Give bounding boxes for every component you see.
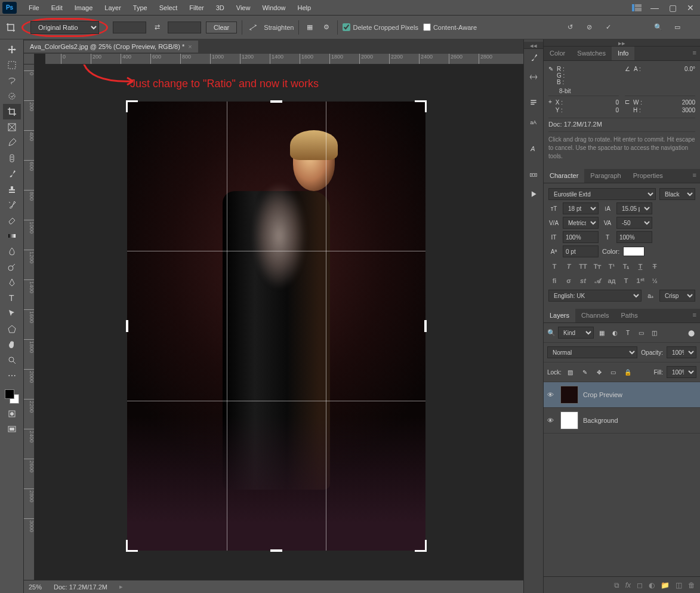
quickmask-tool[interactable]	[3, 406, 21, 422]
reset-icon[interactable]: ↺	[564, 21, 576, 33]
layer-name[interactable]: Background	[583, 417, 618, 424]
blur-tool[interactable]	[3, 244, 21, 259]
lock-all-icon[interactable]: 🔒	[622, 367, 633, 377]
eraser-tool[interactable]	[3, 213, 21, 228]
filter-adjust-icon[interactable]: ◐	[609, 327, 620, 338]
clear-button[interactable]: Clear	[206, 21, 237, 33]
frame-tool[interactable]	[3, 119, 21, 135]
pen-tool[interactable]	[3, 275, 21, 290]
filter-toggle-icon[interactable]: ⬤	[686, 327, 696, 338]
filter-pixel-icon[interactable]: ▦	[596, 327, 607, 338]
gradient-tool[interactable]	[3, 228, 21, 244]
layer-thumbnail[interactable]	[560, 386, 578, 404]
layer-fx-icon[interactable]: fx	[625, 581, 631, 589]
healing-tool[interactable]	[3, 150, 21, 166]
tab-info[interactable]: Info	[612, 47, 634, 60]
ordinals-button[interactable]: σ	[563, 275, 575, 286]
font-style-select[interactable]: Black	[659, 188, 695, 200]
brush-settings-icon[interactable]	[525, 68, 542, 86]
fractions-button[interactable]: ½	[649, 275, 661, 286]
panel-menu-icon[interactable]: ≡	[689, 309, 700, 322]
crop-options-icon[interactable]: ⚙	[320, 21, 332, 33]
bold-button[interactable]: T	[548, 261, 560, 272]
lock-trans-icon[interactable]: ▨	[565, 367, 576, 377]
history-brush-tool[interactable]	[3, 197, 21, 213]
layer-item-crop-preview[interactable]: 👁 Crop Preview	[544, 382, 700, 408]
close-icon[interactable]: ✕	[683, 2, 698, 13]
menu-image[interactable]: Image	[69, 2, 99, 14]
blend-mode-select[interactable]: Normal	[547, 346, 637, 358]
layer-thumbnail[interactable]	[560, 411, 578, 429]
zoom-level[interactable]: 25%	[29, 583, 42, 591]
ordinal-button[interactable]: 1ˢᵗ	[634, 275, 646, 286]
menu-select[interactable]: Select	[153, 2, 184, 14]
hscale-input[interactable]	[616, 231, 652, 243]
menu-window[interactable]: Window	[256, 2, 291, 14]
height-input[interactable]	[168, 21, 201, 33]
actions-panel-icon[interactable]	[525, 166, 542, 184]
tab-channels[interactable]: Channels	[575, 309, 615, 322]
smallcaps-button[interactable]: Tᴛ	[591, 261, 603, 272]
dodge-tool[interactable]	[3, 259, 21, 275]
fg-color[interactable]	[5, 389, 14, 399]
tab-swatches[interactable]: Swatches	[571, 47, 612, 60]
width-input[interactable]	[113, 21, 146, 33]
opacity-select[interactable]: 100%	[667, 346, 696, 358]
layer-kind-select[interactable]: Kind	[558, 327, 594, 339]
minimize-icon[interactable]: —	[647, 2, 662, 13]
visibility-icon[interactable]: 👁	[547, 417, 556, 424]
swash-button[interactable]: st	[577, 275, 589, 286]
vscale-input[interactable]	[563, 231, 599, 243]
fi-button[interactable]: fi	[548, 275, 560, 286]
menu-file[interactable]: File	[23, 2, 45, 14]
visibility-icon[interactable]: 👁	[547, 391, 556, 398]
path-select-tool[interactable]	[3, 306, 21, 321]
superscript-button[interactable]: T¹	[606, 261, 618, 272]
eyedropper-tool[interactable]	[3, 135, 21, 150]
menu-filter[interactable]: Filter	[183, 2, 209, 14]
canvas-viewport[interactable]: Just change to "Ratio" and now it works	[35, 64, 523, 580]
document-tab[interactable]: Ava_ColorGels2.jpg @ 25% (Crop Preview, …	[24, 41, 198, 53]
filter-type-icon[interactable]: T	[622, 327, 633, 338]
text-color-swatch[interactable]	[623, 247, 645, 256]
type-panel-icon[interactable]: A	[525, 140, 542, 158]
filter-shape-icon[interactable]: ▭	[636, 327, 646, 338]
commit-crop-icon[interactable]: ✓	[602, 21, 614, 33]
screenmode-tool[interactable]	[3, 422, 21, 437]
adjustment-layer-icon[interactable]: ◐	[649, 581, 655, 589]
lock-paint-icon[interactable]: ✎	[579, 367, 590, 377]
new-layer-icon[interactable]: ◫	[676, 581, 682, 589]
justification-button[interactable]: T	[620, 275, 632, 286]
delete-cropped-checkbox[interactable]: Delete Cropped Pixels	[343, 23, 418, 31]
baseline-input[interactable]	[563, 245, 599, 257]
grid-overlay-icon[interactable]: ▦	[304, 21, 316, 33]
italic-button[interactable]: T	[563, 261, 575, 272]
brush-tool[interactable]	[3, 166, 21, 182]
strip-collapse[interactable]: ◂◂	[524, 42, 543, 49]
doc-size[interactable]: Doc: 17.2M/17.2M	[54, 583, 107, 591]
leading-select[interactable]: 15.05 pt	[616, 202, 652, 214]
marquee-tool[interactable]	[3, 57, 21, 73]
glyphs-panel-icon[interactable]: aA	[525, 113, 542, 131]
tab-character[interactable]: Character	[544, 169, 584, 183]
tracking-select[interactable]: -50	[616, 217, 652, 229]
cancel-crop-icon[interactable]: ⊘	[583, 21, 595, 33]
crop-tool[interactable]	[3, 104, 21, 119]
menu-help[interactable]: Help	[292, 2, 317, 14]
lock-nest-icon[interactable]: ▭	[608, 367, 619, 377]
language-select[interactable]: English: UK	[548, 290, 642, 302]
menu-3d[interactable]: 3D	[210, 2, 230, 14]
lasso-tool[interactable]	[3, 73, 21, 88]
tab-properties[interactable]: Properties	[627, 169, 669, 183]
paragraph-panel-icon[interactable]	[525, 94, 542, 112]
fill-select[interactable]: 100%	[667, 366, 696, 378]
subscript-button[interactable]: T₁	[620, 261, 632, 272]
lock-pos-icon[interactable]: ✥	[594, 367, 605, 377]
tab-paragraph[interactable]: Paragraph	[584, 169, 627, 183]
link-layers-icon[interactable]: ⧉	[614, 581, 619, 589]
straighten-icon[interactable]	[247, 21, 259, 33]
kerning-select[interactable]: Metrics	[563, 217, 599, 229]
menu-view[interactable]: View	[230, 2, 257, 14]
menu-layer[interactable]: Layer	[98, 2, 127, 14]
hand-tool[interactable]	[3, 337, 21, 352]
